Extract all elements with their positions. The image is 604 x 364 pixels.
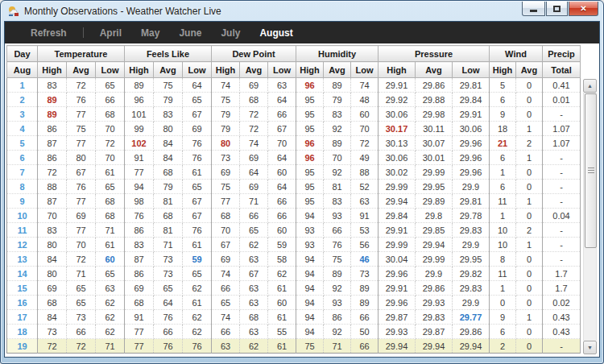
value-cell: 29.94 — [453, 339, 490, 354]
value-cell: 68 — [240, 93, 268, 107]
value-cell: 76 — [67, 180, 96, 194]
value-cell: 29.84 — [453, 93, 490, 107]
table-row: 772676177686169646095928830.0229.9929.96… — [7, 165, 581, 180]
value-cell: 73 — [212, 151, 240, 165]
month-tab-april[interactable]: April — [100, 27, 122, 39]
value-cell: 0.01 — [543, 93, 581, 107]
table-row: 1280706183716167625993765629.9929.9429.9… — [7, 238, 581, 252]
value-cell: 29.96 — [379, 267, 416, 281]
value-cell: 1 — [490, 165, 516, 180]
value-cell: 0 — [516, 209, 543, 223]
value-cell: 60 — [268, 223, 296, 238]
day-cell[interactable]: 15 — [7, 281, 38, 296]
day-cell[interactable]: 4 — [7, 122, 38, 136]
month-tab-august[interactable]: August — [259, 27, 292, 39]
value-cell: 29.86 — [416, 78, 453, 93]
day-cell[interactable]: 1 — [7, 78, 38, 93]
value-cell: 68 — [125, 296, 154, 310]
day-cell[interactable]: 6 — [7, 151, 38, 165]
value-cell: 96 — [296, 151, 324, 165]
scroll-up-button[interactable]: ▲ — [583, 79, 597, 93]
value-cell: 67 — [183, 194, 212, 209]
value-cell: 76 — [183, 223, 212, 238]
day-cell[interactable]: 14 — [7, 267, 38, 281]
scrollbar-thumb[interactable] — [585, 93, 597, 248]
value-cell: 68 — [212, 209, 240, 223]
value-cell: 76 — [154, 339, 183, 354]
value-cell: 62 — [268, 267, 296, 281]
day-cell[interactable]: 2 — [7, 93, 38, 107]
value-cell: 62 — [183, 281, 212, 296]
day-cell[interactable]: 8 — [7, 180, 38, 194]
month-tab-july[interactable]: July — [221, 27, 240, 39]
day-cell[interactable]: 7 — [7, 165, 38, 180]
month-tab-may[interactable]: May — [141, 27, 159, 39]
refresh-button[interactable]: Refresh — [31, 27, 67, 39]
value-cell: 95 — [296, 194, 324, 209]
value-cell: 10 — [490, 238, 516, 252]
value-cell: 0 — [516, 78, 543, 93]
value-cell: 1.07 — [543, 122, 581, 136]
value-cell: 80 — [67, 151, 96, 165]
value-cell: 91 — [351, 209, 379, 223]
value-cell: 30.02 — [379, 165, 416, 180]
value-cell: 29.86 — [416, 281, 453, 296]
value-cell: 29.96 — [379, 296, 416, 310]
value-cell: 74 — [240, 136, 268, 151]
maximize-button[interactable] — [546, 2, 568, 16]
value-cell: 30.04 — [379, 252, 416, 267]
day-cell[interactable]: 9 — [7, 194, 38, 209]
value-cell: 88 — [351, 165, 379, 180]
value-cell: 66 — [351, 310, 379, 325]
value-cell: 96 — [125, 93, 154, 107]
value-cell: 80 — [212, 136, 240, 151]
day-cell[interactable]: 16 — [7, 296, 38, 310]
value-cell: 63 — [240, 281, 268, 296]
value-cell: 29.94 — [416, 339, 453, 354]
value-cell: 95 — [296, 93, 324, 107]
value-cell: 67 — [67, 165, 96, 180]
column-header-low: Low — [183, 62, 212, 78]
value-cell: 92 — [324, 325, 351, 339]
value-cell: 9 — [490, 310, 516, 325]
scrollbar-track[interactable] — [583, 93, 597, 341]
day-cell[interactable]: 17 — [7, 310, 38, 325]
value-cell: 30.06 — [453, 122, 490, 136]
value-cell: 0.02 — [543, 296, 581, 310]
day-cell[interactable]: 13 — [7, 252, 38, 267]
group-header-precip: Precip — [543, 46, 581, 62]
month-tab-june[interactable]: June — [179, 27, 201, 39]
value-cell: 0 — [516, 339, 543, 354]
day-cell[interactable]: 12 — [7, 238, 38, 252]
value-cell: 77 — [125, 325, 154, 339]
value-cell: 55 — [268, 325, 296, 339]
value-cell: 5 — [490, 78, 516, 93]
value-cell: 67 — [212, 238, 240, 252]
day-cell[interactable]: 11 — [7, 223, 38, 238]
value-cell: 0 — [516, 252, 543, 267]
day-cell[interactable]: 10 — [7, 209, 38, 223]
day-cell[interactable]: 18 — [7, 325, 38, 339]
value-cell: 72 — [240, 107, 268, 122]
minimize-button[interactable] — [522, 2, 545, 16]
day-cell[interactable]: 19 — [7, 339, 38, 354]
value-cell: 60 — [351, 107, 379, 122]
day-cell[interactable]: 5 — [7, 136, 38, 151]
value-cell: 92 — [324, 165, 351, 180]
value-cell: 65 — [183, 180, 212, 194]
value-cell: 29.99 — [416, 165, 453, 180]
value-cell: 95 — [296, 122, 324, 136]
value-cell: 86 — [324, 310, 351, 325]
close-button[interactable]: ✕ — [569, 2, 598, 16]
value-cell: 0 — [490, 296, 516, 310]
value-cell: 29.95 — [416, 180, 453, 194]
value-cell: 29.93 — [416, 296, 453, 310]
value-cell: 70 — [38, 209, 67, 223]
day-cell[interactable]: 3 — [7, 107, 38, 122]
value-cell: - — [543, 180, 581, 194]
table-row: 686807091847673696496704930.0630.0129.96… — [7, 151, 581, 165]
vertical-scrollbar[interactable]: ▲ ▼ — [583, 45, 597, 354]
scroll-down-button[interactable]: ▼ — [583, 341, 597, 354]
value-cell: 68 — [240, 310, 268, 325]
value-cell: 29.84 — [379, 209, 416, 223]
